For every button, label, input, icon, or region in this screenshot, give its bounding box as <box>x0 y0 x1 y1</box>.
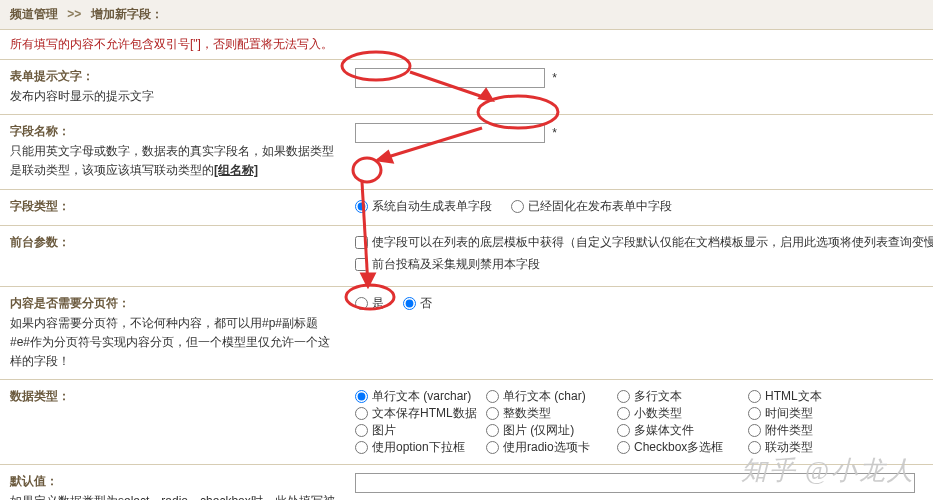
default-desc: 如果定义数据类型为select、radio、checkbox时，此处填写被选择的… <box>10 492 335 500</box>
dtype-opt[interactable]: 使用option下拉框 <box>355 439 470 456</box>
dtype-radio[interactable] <box>486 407 499 420</box>
dtype-radio[interactable] <box>355 390 368 403</box>
dtype-radio[interactable] <box>748 424 761 437</box>
pagebreak-desc: 如果内容需要分页符，不论何种内容，都可以用#p#副标题#e#作为分页符号实现内容… <box>10 314 335 372</box>
dtype-radio[interactable] <box>748 441 761 454</box>
dtype-radio[interactable] <box>748 390 761 403</box>
pagebreak-title: 内容是否需要分页符： <box>10 295 335 312</box>
dtype-opt[interactable]: 使用radio选项卡 <box>486 439 601 456</box>
dtype-opt[interactable]: Checkbox多选框 <box>617 439 732 456</box>
pagebreak-no[interactable]: 否 <box>403 295 432 312</box>
ftype-opt-fixed[interactable]: 已经固化在发布表单中字段 <box>511 198 672 215</box>
dtype-opt[interactable]: 附件类型 <box>748 422 863 439</box>
dtype-opt[interactable]: 单行文本 (char) <box>486 388 601 405</box>
dtype-opt[interactable]: 单行文本 (varchar) <box>355 388 470 405</box>
dtype-radio[interactable] <box>486 390 499 403</box>
pagebreak-radio-yes[interactable] <box>355 297 368 310</box>
warning-text: 所有填写的内容不允许包含双引号["]，否则配置将无法写入。 <box>0 30 933 60</box>
ftype-opt-auto[interactable]: 系统自动生成表单字段 <box>355 198 492 215</box>
breadcrumb-sep: >> <box>67 7 81 21</box>
name-star: * <box>552 126 557 140</box>
front-chk-listable[interactable] <box>355 236 368 249</box>
prompt-title: 表单提示文字： <box>10 68 335 85</box>
ftype-title: 字段类型： <box>10 198 335 215</box>
dtype-opt[interactable]: 整数类型 <box>486 405 601 422</box>
dtype-radio[interactable] <box>617 390 630 403</box>
name-input[interactable] <box>355 123 545 143</box>
dtype-radio[interactable] <box>617 407 630 420</box>
dtype-radio[interactable] <box>617 441 630 454</box>
group-name-link[interactable]: [组名称] <box>214 163 258 177</box>
prompt-star: * <box>552 71 557 85</box>
dtype-opt[interactable]: 小数类型 <box>617 405 732 422</box>
dtype-title: 数据类型： <box>10 388 335 405</box>
pagebreak-yes[interactable]: 是 <box>355 295 384 312</box>
front-chk-disable[interactable] <box>355 258 368 271</box>
front-title: 前台参数： <box>10 234 335 251</box>
dtype-radio[interactable] <box>486 424 499 437</box>
dtype-opt[interactable]: 图片 (仅网址) <box>486 422 601 439</box>
dtype-radio[interactable] <box>617 424 630 437</box>
dtype-opt[interactable]: 文本保存HTML数据 <box>355 405 470 422</box>
form-table: 表单提示文字： 发布内容时显示的提示文字 * 字段名称： 只能用英文字母或数字，… <box>0 60 933 500</box>
ftype-radio-auto[interactable] <box>355 200 368 213</box>
dtype-radio[interactable] <box>355 424 368 437</box>
dtype-opt[interactable]: HTML文本 <box>748 388 863 405</box>
breadcrumb-b: 增加新字段： <box>91 7 163 21</box>
name-desc: 只能用英文字母或数字，数据表的真实字段名，如果数据类型是联动类型，该项应该填写联… <box>10 142 335 180</box>
dtype-radio[interactable] <box>355 407 368 420</box>
dtype-radio[interactable] <box>355 441 368 454</box>
ftype-radio-fixed[interactable] <box>511 200 524 213</box>
prompt-desc: 发布内容时显示的提示文字 <box>10 87 335 106</box>
prompt-input[interactable] <box>355 68 545 88</box>
dtype-opt[interactable]: 多媒体文件 <box>617 422 732 439</box>
dtype-opt[interactable]: 图片 <box>355 422 470 439</box>
name-title: 字段名称： <box>10 123 335 140</box>
dtype-opt[interactable]: 多行文本 <box>617 388 732 405</box>
pagebreak-radio-no[interactable] <box>403 297 416 310</box>
dtype-radio[interactable] <box>486 441 499 454</box>
breadcrumb-a: 频道管理 <box>10 7 58 21</box>
breadcrumb: 频道管理 >> 增加新字段： <box>0 0 933 30</box>
front-opt-listable[interactable]: 使字段可以在列表的底层模板中获得（自定义字段默认仅能在文档模板显示，启用此选项将… <box>355 234 933 251</box>
front-opt-disable[interactable]: 前台投稿及采集规则禁用本字段 <box>355 256 540 273</box>
dtype-radio[interactable] <box>748 407 761 420</box>
dtype-opt[interactable]: 联动类型 <box>748 439 863 456</box>
dtype-opt[interactable]: 时间类型 <box>748 405 863 422</box>
default-input[interactable] <box>355 473 915 493</box>
default-title: 默认值： <box>10 473 335 490</box>
